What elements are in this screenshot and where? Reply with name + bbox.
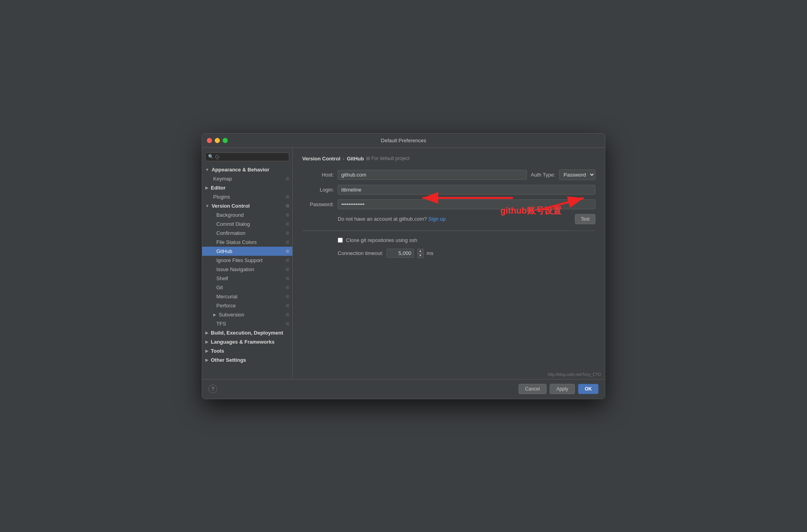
sidebar-item-github[interactable]: GitHub ⊞	[202, 247, 292, 256]
sidebar: 🔍 ▼ Appearance & Behavior Keymap ⊞ ▶ Edi…	[202, 148, 293, 379]
sidebar-item-version-control[interactable]: ▼ Version Control ⊞	[202, 201, 292, 210]
sidebar-item-issue-navigation[interactable]: Issue Navigation ⊞	[202, 265, 292, 274]
spinner-up-button[interactable]: ▲	[417, 249, 424, 253]
search-input[interactable]	[215, 154, 286, 160]
sidebar-item-subversion[interactable]: ▶ Subversion ⊞	[202, 310, 292, 319]
sidebar-item-shelf[interactable]: Shelf ⊞	[202, 274, 292, 283]
sidebar-item-editor[interactable]: ▶ Editor	[202, 183, 292, 192]
sidebar-item-label: TFS	[216, 321, 226, 327]
host-label: Host:	[302, 172, 334, 178]
watermark: http://blog.csdn.net/Tony_CTO	[548, 372, 601, 377]
sidebar-item-label: Subversion	[219, 312, 244, 318]
sidebar-item-label: Build, Execution, Deployment	[211, 330, 283, 336]
copy-icon: ⊞	[286, 240, 289, 245]
sidebar-item-keymap[interactable]: Keymap ⊞	[202, 174, 292, 183]
copy-icon: ⊞	[286, 221, 289, 227]
cancel-button[interactable]: Cancel	[519, 384, 547, 394]
close-button[interactable]	[207, 138, 212, 143]
breadcrumb-parent: Version Control	[302, 156, 340, 162]
sidebar-item-label: Shelf	[216, 275, 228, 281]
annotation-overlay: github账号设置	[293, 148, 605, 379]
sidebar-item-label: Version Control	[212, 203, 250, 209]
sidebar-item-languages[interactable]: ▶ Languages & Frameworks	[202, 337, 292, 346]
sidebar-item-commit-dialog[interactable]: Commit Dialog ⊞	[202, 219, 292, 229]
copy-icon: ⊞	[286, 321, 289, 326]
sidebar-item-label: Appearance & Behavior	[212, 167, 270, 173]
sidebar-item-label: Issue Navigation	[216, 266, 254, 272]
timeout-unit: ms	[427, 250, 433, 256]
expand-arrow-icon: ▶	[213, 313, 216, 317]
copy-icon: ⊞	[286, 312, 289, 317]
test-button[interactable]: Test	[575, 214, 595, 224]
sidebar-item-label: File Status Colors	[216, 239, 257, 245]
expand-arrow-icon: ▼	[205, 167, 209, 172]
sidebar-item-build-exec[interactable]: ▶ Build, Execution, Deployment	[202, 328, 292, 337]
sidebar-item-label: Git	[216, 285, 223, 290]
action-buttons: Cancel Apply OK	[519, 384, 599, 394]
host-input[interactable]	[338, 170, 527, 180]
sidebar-item-label: Keymap	[213, 176, 232, 182]
project-label: For default project	[371, 156, 409, 161]
auth-group: Auth Type: Password Token	[531, 169, 595, 180]
login-input[interactable]	[338, 185, 595, 195]
sidebar-item-appearance[interactable]: ▼ Appearance & Behavior	[202, 165, 292, 174]
sidebar-item-other-settings[interactable]: ▶ Other Settings	[202, 355, 292, 365]
sidebar-item-perforce[interactable]: Perforce ⊞	[202, 301, 292, 310]
signup-text: Do not have an account at github.com? Si…	[302, 216, 446, 222]
password-row: Password:	[302, 199, 595, 209]
login-row: Login:	[302, 185, 595, 195]
timeout-input[interactable]	[387, 249, 414, 258]
search-icon: 🔍	[208, 154, 214, 159]
host-row: Host: Auth Type: Password Token	[302, 169, 595, 180]
arrows-svg	[293, 148, 605, 379]
window-controls	[207, 138, 228, 143]
auth-type-label: Auth Type:	[531, 172, 555, 178]
clone-label[interactable]: Clone git repositories using ssh	[346, 237, 417, 243]
window-title: Default Preferences	[381, 138, 426, 143]
sidebar-item-label: Languages & Frameworks	[211, 339, 275, 345]
ok-button[interactable]: OK	[578, 384, 599, 394]
sidebar-item-label: Plugins	[213, 194, 230, 200]
sidebar-item-confirmation[interactable]: Confirmation ⊞	[202, 229, 292, 238]
copy-icon: ⊞	[286, 176, 289, 181]
clone-checkbox[interactable]	[338, 238, 343, 243]
timeout-row: Connection timeout: ▲ ▼ ms	[302, 249, 595, 259]
sidebar-item-plugins[interactable]: Plugins ⊞	[202, 192, 292, 201]
spinner-down-button[interactable]: ▼	[417, 253, 424, 258]
sidebar-item-tfs[interactable]: TFS ⊞	[202, 319, 292, 328]
sidebar-item-label: Perforce	[216, 303, 236, 309]
preferences-window: Default Preferences 🔍 ▼ Appearance & Beh…	[202, 133, 605, 399]
password-label: Password:	[302, 201, 334, 207]
copy-icon: ⊞	[286, 258, 289, 263]
copy-icon: ⊞	[286, 276, 289, 281]
sidebar-item-label: Ignore Files Support	[216, 257, 262, 263]
minimize-button[interactable]	[215, 138, 220, 143]
sidebar-item-label: Editor	[211, 185, 226, 191]
sidebar-item-tools[interactable]: ▶ Tools	[202, 346, 292, 355]
password-input[interactable]	[338, 199, 595, 209]
sidebar-item-mercurial[interactable]: Mercurial ⊞	[202, 292, 292, 301]
sidebar-item-file-status-colors[interactable]: File Status Colors ⊞	[202, 238, 292, 247]
copy-icon: ⊞	[286, 212, 289, 218]
copy-icon: ⊞	[286, 249, 289, 254]
expand-arrow-icon: ▶	[205, 331, 208, 335]
sidebar-item-label: Confirmation	[216, 230, 245, 236]
sidebar-item-background[interactable]: Background ⊞	[202, 210, 292, 219]
copy-icon: ⊞	[286, 194, 289, 199]
copy-icon: ⊞	[286, 231, 289, 236]
apply-button[interactable]: Apply	[550, 384, 575, 394]
copy-icon: ⊞	[286, 203, 289, 208]
auth-type-select[interactable]: Password Token	[559, 169, 595, 180]
sidebar-item-git[interactable]: Git ⊞	[202, 283, 292, 292]
sidebar-item-ignore-files[interactable]: Ignore Files Support ⊞	[202, 256, 292, 265]
login-label: Login:	[302, 187, 334, 193]
search-box[interactable]: 🔍	[205, 153, 289, 161]
help-button[interactable]: ?	[208, 385, 217, 393]
maximize-button[interactable]	[223, 138, 228, 143]
copy-icon: ⊞	[286, 285, 289, 290]
titlebar: Default Preferences	[202, 134, 605, 148]
expand-arrow-icon: ▶	[205, 340, 208, 344]
sidebar-item-label: Mercurial	[216, 294, 237, 299]
window-body: 🔍 ▼ Appearance & Behavior Keymap ⊞ ▶ Edi…	[202, 148, 605, 379]
signup-link[interactable]: Sign up	[428, 216, 446, 222]
